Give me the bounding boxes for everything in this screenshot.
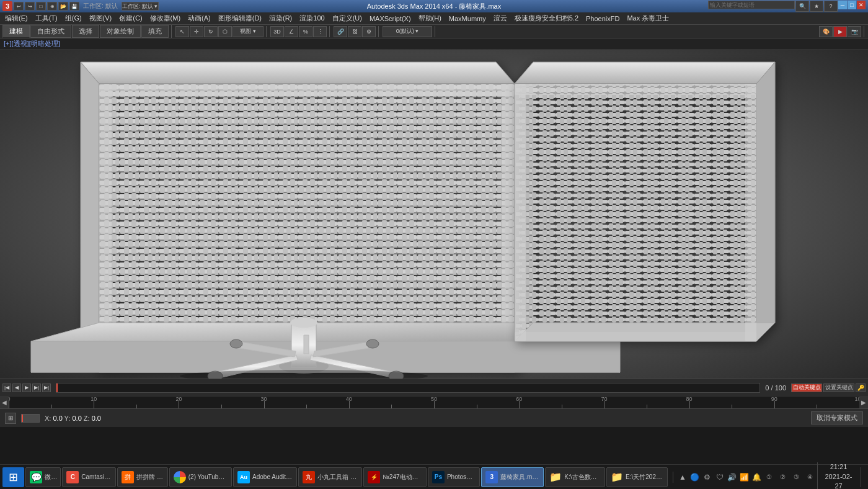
title-redo[interactable]: ↪ — [25, 2, 35, 11]
tray-icon-7[interactable]: ③ — [791, 472, 802, 483]
ruler-scroll-right[interactable]: ▶ — [859, 397, 868, 408]
taskbar-tools2[interactable]: ⚡ №247电动办... — [363, 467, 427, 487]
viewport[interactable] — [0, 50, 868, 379]
tray-icon-3[interactable]: 🛡 — [714, 472, 725, 483]
taskbar-chrome[interactable]: (2) YouTube ... — [169, 467, 232, 487]
window-controls: 🔍 ★ ? ─ □ ✕ — [708, 1, 866, 12]
menu-graph-editor[interactable]: 图形编辑器(D) — [215, 12, 265, 24]
tool-angle-snap[interactable]: ∠ — [285, 26, 298, 37]
status-left: ⊞ X: 0.0 Y: 0.0 Z: 0.0 — [5, 413, 101, 424]
title-btn4[interactable]: 💾 — [69, 2, 79, 11]
tab-object-paint[interactable]: 对象绘制 — [100, 25, 141, 38]
title-btn2[interactable]: ⊕ — [47, 2, 57, 11]
search-input[interactable] — [708, 1, 795, 9]
tray-icon-2[interactable]: ⚙ — [702, 472, 713, 483]
taskbar-photoshop[interactable]: Ps Photoshop — [428, 467, 480, 487]
timeline-prev-key[interactable]: |◀ — [2, 384, 11, 392]
tray-volume[interactable]: 🔔 — [751, 472, 763, 483]
maximize-button[interactable]: □ — [848, 1, 856, 9]
menu-group[interactable]: 组(G) — [61, 12, 86, 24]
tool-bind-space[interactable]: ⚙ — [362, 26, 376, 37]
show-desktop-button[interactable] — [861, 467, 866, 487]
tool-layer[interactable]: 0(默认) ▾ — [383, 26, 432, 37]
status-icon[interactable]: ⊞ — [5, 413, 16, 424]
tool-unlink[interactable]: ⛓ — [348, 26, 361, 37]
taskbar-3dsmax[interactable]: 3 藤椅家具.ma... — [481, 467, 544, 487]
taskbar-folder2[interactable]: 📁 E:\天竹2020... — [606, 467, 668, 487]
timeline-track[interactable] — [56, 383, 760, 393]
tab-select[interactable]: 选择 — [72, 25, 99, 38]
tool-render-frame[interactable]: 📷 — [848, 26, 861, 37]
ruler-scroll-left[interactable]: ◀ — [0, 397, 9, 408]
viewport-canvas[interactable] — [0, 50, 868, 379]
menu-tools[interactable]: 工具(T) — [32, 12, 61, 24]
tool-percent-snap[interactable]: % — [299, 26, 312, 37]
tray-icon-1[interactable]: 🔵 — [689, 472, 701, 483]
audition-label: Adobe Audition — [252, 473, 293, 480]
timeline-next[interactable]: ▶| — [32, 384, 41, 392]
tab-fill[interactable]: 填充 — [141, 25, 169, 38]
menu-maxmummy[interactable]: MaxMummy — [445, 14, 490, 24]
tool-spinner-snap[interactable]: ⋮ — [313, 26, 327, 37]
taskbar-pinpinpai[interactable]: 拼 拼拼牌 *... — [117, 467, 168, 487]
minimize-button[interactable]: ─ — [838, 1, 847, 9]
menu-render[interactable]: 渲染(R) — [265, 12, 296, 24]
menu-maxscript[interactable]: MAXScript(X) — [366, 14, 415, 24]
taskbar-tools[interactable]: 丸 小丸工具箱 2... — [298, 467, 362, 487]
tray-icon-5[interactable]: ① — [764, 472, 775, 483]
start-button[interactable]: ⊞ — [2, 467, 24, 487]
close-button[interactable]: ✕ — [857, 1, 866, 9]
title-undo[interactable]: ↩ — [14, 2, 24, 11]
taskbar-audition[interactable]: Au Adobe Audition — [233, 467, 297, 487]
timeline-prev[interactable]: ◀ — [12, 384, 21, 392]
tool-snap3d[interactable]: 3D — [270, 26, 284, 37]
photoshop-label: Photoshop — [447, 473, 476, 480]
status-expert-mode[interactable]: 取消专家模式 — [811, 411, 863, 424]
tool-ref-coord[interactable]: 视图 ▾ — [232, 26, 264, 37]
tool-move[interactable]: ✛ — [190, 26, 203, 37]
timeline-keyfilter[interactable]: 🔑 — [856, 384, 866, 392]
timeline-nav: |◀ ◀ ▶ ▶| ▶| — [0, 384, 53, 392]
menu-jiasu[interactable]: 极速瘦身安全归档5.2 — [511, 12, 582, 24]
tray-icon-8[interactable]: ④ — [805, 472, 816, 483]
timeline-autokey[interactable]: 自动关键点 — [791, 384, 822, 392]
menu-customize[interactable]: 自定义(U) — [329, 12, 366, 24]
tray-icon-6[interactable]: ② — [777, 472, 789, 483]
menu-antivirus[interactable]: Max 杀毒卫士 — [623, 12, 673, 24]
tab-modeling[interactable]: 建模 — [2, 25, 30, 38]
menu-animation[interactable]: 动画(A) — [184, 12, 215, 24]
timeline-ruler[interactable]: 0102030405060708090100 ◀ ▶ — [0, 396, 868, 408]
tab-freeform[interactable]: 自由形式 — [30, 25, 71, 38]
search-btn[interactable]: 🔍 — [795, 1, 809, 12]
title-btn3[interactable]: 📂 — [58, 2, 68, 11]
tray-arrow[interactable]: ▲ — [677, 472, 688, 483]
title-btn1[interactable]: □ — [36, 2, 46, 11]
mini-timeline[interactable] — [21, 414, 40, 423]
menu-edit[interactable]: 编辑(E) — [1, 12, 32, 24]
menu-yun[interactable]: 渲云 — [490, 12, 511, 24]
tool-select[interactable]: ↖ — [175, 26, 189, 37]
tool-rotate[interactable]: ↻ — [204, 26, 218, 37]
timeline-play[interactable]: ▶ — [22, 384, 31, 392]
tool-scale[interactable]: ⬡ — [218, 26, 232, 37]
menu-phoenix[interactable]: PhoenixFD — [582, 14, 623, 24]
tool-render-setup[interactable]: 🎨 — [819, 26, 833, 37]
taskbar-weixin[interactable]: 💬 微信 — [25, 467, 61, 487]
tool-link[interactable]: 🔗 — [334, 26, 347, 37]
workspace-dropdown[interactable]: 工作区: 默认 ▾ — [122, 2, 159, 11]
menu-view[interactable]: 视图(V) — [86, 12, 116, 24]
taskbar-folder1[interactable]: 📁 K:\古色数具... — [545, 467, 605, 487]
tray-icon-4[interactable]: 🔊 — [727, 472, 738, 483]
menu-render100[interactable]: 渲染100 — [296, 12, 328, 24]
taskbar-camtasia[interactable]: C Camtasia 9 — [62, 467, 116, 487]
menu-help[interactable]: 帮助(H) — [415, 12, 445, 24]
timeline-next-key[interactable]: ▶| — [42, 384, 51, 392]
timeline-setkey[interactable]: 设置关键点 — [823, 384, 854, 392]
title-star[interactable]: ★ — [810, 1, 823, 12]
menu-create[interactable]: 创建(C) — [115, 12, 146, 24]
title-help[interactable]: ? — [824, 1, 838, 12]
menu-modifier[interactable]: 修改器(M) — [146, 12, 185, 24]
tool-render[interactable]: ▶ — [833, 26, 847, 37]
taskbar-clock[interactable]: 21:21 2021-02-27 — [817, 462, 859, 489]
tray-network[interactable]: 📶 — [739, 472, 750, 483]
